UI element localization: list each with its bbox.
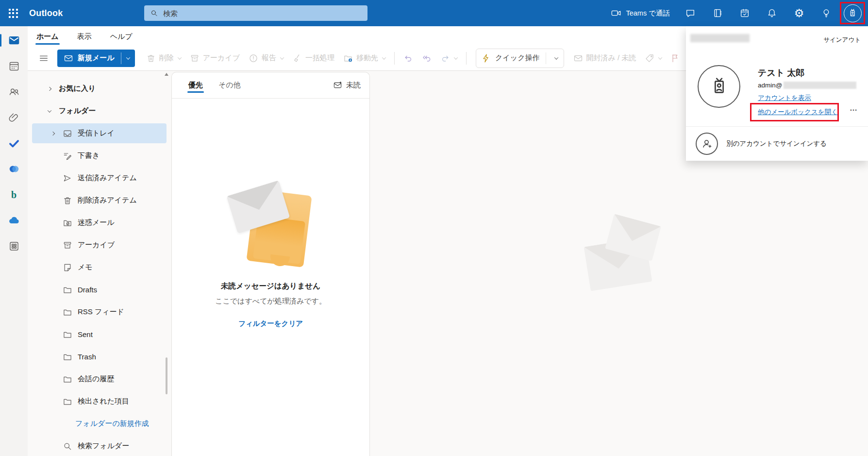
account-manager-button[interactable] [840, 2, 865, 24]
clear-filter-link[interactable]: フィルターをクリア [238, 319, 303, 328]
undo-icon [403, 53, 413, 63]
signin-other-account-button[interactable]: 別のアカウントでサインインする [686, 127, 868, 161]
tab-other[interactable]: その他 [217, 73, 242, 97]
move-to-button[interactable]: 移動先 [339, 50, 390, 67]
unread-filter-label: 未読 [346, 81, 361, 90]
create-new-folder-link[interactable]: フォルダーの新規作成 [32, 414, 167, 434]
rail-more-apps-button[interactable] [6, 238, 22, 254]
gear-icon: ⚙ [794, 8, 804, 19]
favorites-section[interactable]: お気に入り [32, 79, 167, 99]
signout-button[interactable]: サインアウト [823, 36, 861, 44]
onenote-feed-button[interactable] [704, 0, 731, 26]
unread-filter-button[interactable]: 未読 [333, 81, 361, 90]
delete-label: 削除 [159, 53, 174, 63]
tag-icon [645, 53, 654, 63]
account-name: テスト 太郎 [758, 67, 804, 79]
tab-focused[interactable]: 優先 [187, 73, 204, 97]
archive-icon [63, 240, 72, 250]
redo-button[interactable] [436, 50, 462, 67]
categorize-button[interactable] [640, 50, 666, 67]
flag-button[interactable] [666, 50, 684, 67]
lightning-icon [481, 53, 491, 63]
folder-icon [63, 307, 72, 317]
video-camera-icon [611, 8, 621, 18]
quick-steps-button[interactable]: クイック操作 [481, 50, 539, 67]
rail-files-button[interactable] [6, 110, 22, 125]
search-box[interactable] [144, 5, 367, 21]
empty-mail-illustration [227, 184, 315, 273]
folders-label: フォルダー [59, 106, 96, 116]
quick-steps-dropdown[interactable] [550, 57, 563, 60]
new-mail-button[interactable]: 新規メール [57, 50, 121, 67]
folder-sent-items[interactable]: 送信済みアイテム [32, 168, 167, 188]
topbar-actions: Teams で通話 ⚙ [611, 0, 865, 26]
settings-button[interactable]: ⚙ [785, 0, 813, 26]
scroll-up-arrow[interactable] [165, 73, 168, 76]
folder-notes[interactable]: メモ [32, 257, 167, 277]
folder-drafts-en[interactable]: Drafts [32, 280, 167, 300]
broom-icon [292, 53, 302, 63]
new-mail-dropdown[interactable] [121, 50, 135, 67]
account-more-button[interactable]: … [850, 104, 858, 113]
draft-pencil-icon [63, 151, 72, 161]
loop-icon [8, 163, 20, 175]
folder-junk[interactable]: 迷惑メール [32, 213, 167, 233]
envelope-icon [573, 53, 583, 63]
scrollbar-thumb[interactable] [166, 357, 167, 394]
mail-icon [8, 34, 20, 47]
highlight-red-box: 他のメールボックスを開く [750, 103, 839, 121]
sweep-button[interactable]: 一括処理 [288, 50, 339, 67]
folder-sent-en[interactable]: Sent [32, 324, 167, 344]
read-unread-button[interactable]: 開封済み / 未読 [569, 50, 641, 67]
report-button[interactable]: 報告 [244, 50, 288, 67]
search-folders-item[interactable]: 検索フォルダー [32, 436, 167, 456]
folder-conversation-history[interactable]: 会話の履歴 [32, 369, 167, 389]
junk-folder-icon [63, 218, 72, 228]
open-other-mailbox-link[interactable]: 他のメールボックスを開く [758, 108, 838, 117]
tips-button[interactable] [813, 0, 840, 26]
delete-button[interactable]: 削除 [142, 50, 185, 67]
quick-steps-label: クイック操作 [495, 53, 539, 63]
search-input[interactable] [163, 9, 362, 17]
chat-button[interactable] [677, 0, 704, 26]
folder-pane-scrollbar[interactable] [164, 72, 169, 456]
calendar-check-icon [739, 8, 750, 18]
folder-icon [63, 352, 72, 362]
tab-home[interactable]: ホーム [35, 29, 60, 46]
todo-check-icon [8, 137, 20, 150]
app-launcher-button[interactable] [0, 0, 26, 26]
tab-help[interactable]: ヘルプ [109, 29, 134, 46]
folder-icon [63, 285, 72, 295]
rail-calendar-button[interactable] [6, 58, 22, 74]
rail-mail-button[interactable] [6, 33, 22, 48]
svg-text:b: b [11, 189, 17, 200]
folder-rss[interactable]: RSS フィード [32, 302, 167, 322]
my-day-button[interactable] [731, 0, 758, 26]
folder-trash-en[interactable]: Trash [32, 347, 167, 367]
inbox-icon [63, 129, 72, 138]
rail-loop-button[interactable] [6, 161, 22, 177]
teams-call-button[interactable]: Teams で通話 [611, 8, 670, 18]
lightbulb-icon [821, 8, 832, 18]
folder-drafts-jp[interactable]: 下書き [32, 146, 167, 166]
rail-bing-button[interactable]: b [6, 187, 22, 203]
folder-inbox[interactable]: 受信トレイ [32, 123, 167, 143]
toolbar-separator [394, 52, 395, 65]
archive-button[interactable]: アーカイブ [185, 50, 244, 67]
undo-button[interactable] [399, 50, 417, 67]
notifications-button[interactable] [758, 0, 785, 26]
tab-view[interactable]: 表示 [76, 29, 93, 46]
folders-section[interactable]: フォルダー [32, 101, 167, 121]
toolbar-overflow-button[interactable] [34, 50, 53, 67]
chevron-right-icon [47, 86, 51, 90]
rail-people-button[interactable] [6, 84, 22, 100]
view-account-link[interactable]: アカウントを表示 [758, 94, 811, 102]
rail-onedrive-button[interactable] [6, 213, 22, 228]
folder-archive[interactable]: アーカイブ [32, 235, 167, 255]
folder-discovered-items[interactable]: 検出された項目 [32, 391, 167, 411]
rail-todo-button[interactable] [6, 135, 22, 151]
undo-all-button[interactable] [417, 50, 436, 67]
report-icon [249, 53, 258, 63]
left-app-rail: b [0, 26, 28, 456]
folder-deleted-items[interactable]: 削除済みアイテム [32, 190, 167, 210]
